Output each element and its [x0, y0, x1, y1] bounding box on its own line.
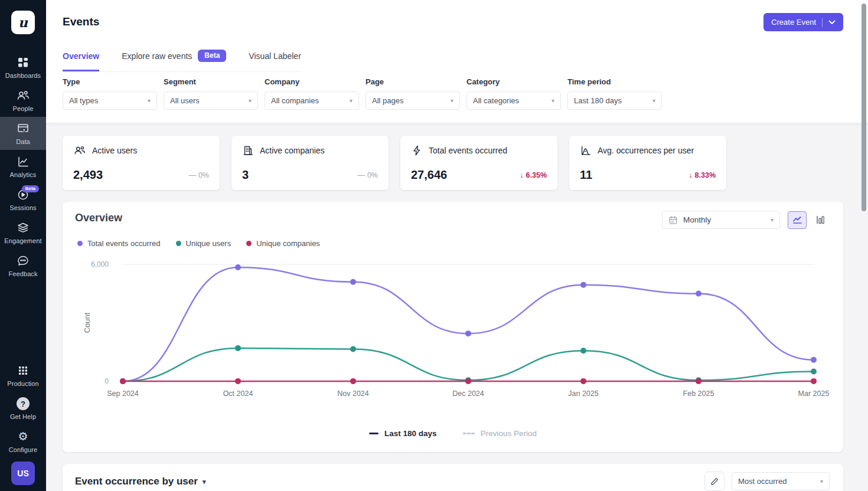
- overview-controls: Monthly ▾: [662, 211, 830, 229]
- sidebar-item-label: Feedback: [8, 270, 37, 277]
- kpi-card-active-companies: Active companies 3 — 0%: [231, 136, 389, 190]
- sidebar-item-engagement[interactable]: Engagement: [0, 216, 46, 249]
- beta-badge: Beta: [198, 50, 226, 62]
- filter-label: Type: [63, 77, 157, 86]
- sidebar: u Dashboards People Data Analytics Beta: [0, 0, 46, 491]
- kpi-value: 27,646: [411, 168, 447, 182]
- filter-page: Page All pages▾: [366, 77, 460, 110]
- help-icon: ?: [17, 397, 30, 410]
- user-avatar[interactable]: US: [11, 461, 35, 485]
- legend-label: Last 180 days: [384, 429, 437, 438]
- sidebar-item-analytics[interactable]: Analytics: [0, 150, 46, 183]
- app-logo[interactable]: u: [11, 11, 35, 34]
- kpi-card-total-events: Total events occurred 27,646 ↓ 6.35%: [400, 136, 557, 190]
- pencil-icon: [710, 477, 719, 486]
- delta-value: 6.35%: [526, 171, 547, 179]
- tab-explore-raw-events[interactable]: Explore raw events Beta: [122, 50, 226, 71]
- sidebar-item-production[interactable]: Production: [0, 359, 46, 392]
- series-color-dot: [77, 241, 83, 246]
- card-title-text: Event occurrence by user: [75, 476, 198, 487]
- chevron-down-icon: ▾: [552, 98, 554, 104]
- data-icon: [17, 122, 30, 135]
- svg-text:Mar 2025: Mar 2025: [798, 389, 830, 398]
- sidebar-item-label: Configure: [9, 446, 38, 453]
- chevron-down-icon: ▾: [148, 98, 151, 104]
- chevron-down-icon: ▾: [203, 479, 206, 485]
- kpi-value: 11: [580, 168, 592, 182]
- event-occurrence-title[interactable]: Event occurrence by user ▾: [75, 476, 205, 487]
- sessions-beta-badge: Beta: [22, 185, 39, 192]
- logo-letter: u: [18, 15, 28, 30]
- delta-value: 8.33%: [695, 171, 716, 179]
- sidebar-item-people[interactable]: People: [0, 84, 46, 117]
- filter-label: Company: [265, 77, 359, 86]
- event-occurrence-controls: Most occurred ▾: [704, 472, 830, 491]
- segment-select[interactable]: All users▾: [164, 91, 258, 110]
- dashed-line-swatch: [463, 433, 475, 434]
- feedback-chat-icon: [17, 254, 30, 267]
- event-occurrence-card: Event occurrence by user ▾ Most occurred…: [63, 464, 843, 491]
- people-icon: [16, 89, 30, 102]
- series-legend-item[interactable]: Unique companies: [246, 239, 320, 248]
- filter-label: Category: [466, 77, 561, 86]
- series-legend-item[interactable]: Unique users: [176, 239, 231, 248]
- type-select[interactable]: All types▾: [63, 91, 157, 110]
- time-period-select[interactable]: Last 180 days▾: [567, 91, 662, 110]
- kpi-label: Avg. occurrences per user: [598, 146, 694, 155]
- events-line-chart[interactable]: 06,000CountSep 2024Oct 2024Nov 2024Dec 2…: [72, 253, 834, 401]
- kpi-label: Active companies: [260, 146, 325, 155]
- select-value: All pages: [372, 96, 403, 105]
- dashboards-icon: [17, 56, 30, 69]
- page-select[interactable]: All pages▾: [366, 91, 460, 110]
- sidebar-item-dashboards[interactable]: Dashboards: [0, 51, 46, 84]
- granularity-value: Monthly: [683, 215, 711, 224]
- vertical-scrollbar[interactable]: [862, 4, 866, 211]
- sidebar-item-get-help[interactable]: ? Get Help: [0, 392, 46, 425]
- svg-text:Feb 2025: Feb 2025: [683, 389, 714, 398]
- svg-text:Dec 2024: Dec 2024: [452, 389, 484, 398]
- tab-visual-labeler[interactable]: Visual Labeler: [249, 50, 301, 71]
- filter-label: Page: [366, 77, 460, 86]
- edit-button[interactable]: [704, 472, 725, 491]
- kpi-label: Total events occurred: [429, 146, 507, 155]
- filters-row: Type All types▾ Segment All users▾ Compa…: [63, 77, 662, 110]
- series-color-dot: [176, 241, 181, 246]
- filter-time-period: Time period Last 180 days▾: [567, 77, 662, 110]
- kpi-label: Active users: [92, 146, 137, 155]
- tab-overview[interactable]: Overview: [63, 50, 99, 71]
- svg-text:6,000: 6,000: [91, 260, 109, 269]
- sidebar-item-label: Get Help: [10, 413, 36, 420]
- kpi-row: Active users 2,493 — 0% Active companies…: [63, 136, 726, 190]
- svg-text:Nov 2024: Nov 2024: [337, 389, 369, 398]
- filter-label: Segment: [164, 77, 258, 86]
- sidebar-item-sessions[interactable]: Beta Sessions: [0, 183, 46, 216]
- sort-select[interactable]: Most occurred ▾: [732, 472, 830, 490]
- legend-label: Previous Period: [481, 429, 537, 438]
- production-grid-icon: [17, 364, 30, 377]
- legend-previous-period[interactable]: Previous Period: [463, 429, 537, 438]
- series-legend-item[interactable]: Total events occurred: [77, 239, 161, 248]
- select-value: All types: [69, 96, 98, 105]
- bar-chart-toggle[interactable]: [811, 211, 830, 229]
- sidebar-item-data[interactable]: Data: [0, 117, 46, 150]
- kpi-delta: — 0%: [188, 171, 209, 179]
- line-chart-toggle[interactable]: [788, 211, 807, 229]
- svg-text:0: 0: [105, 377, 109, 385]
- legend-current-period[interactable]: Last 180 days: [369, 429, 437, 438]
- users-icon: [73, 145, 86, 156]
- select-value: All users: [170, 96, 200, 105]
- create-event-button[interactable]: Create Event: [763, 13, 843, 31]
- kpi-card-active-users: Active users 2,493 — 0%: [63, 136, 220, 190]
- granularity-select[interactable]: Monthly ▾: [662, 211, 780, 229]
- sidebar-item-feedback[interactable]: Feedback: [0, 249, 46, 282]
- svg-text:Count: Count: [83, 312, 92, 333]
- calendar-icon: [668, 215, 678, 225]
- period-legend: Last 180 days Previous Period: [63, 429, 843, 438]
- sidebar-item-configure[interactable]: ⚙ Configure: [0, 425, 46, 458]
- chevron-down-icon: [828, 20, 836, 25]
- delta-value: 0%: [367, 171, 378, 179]
- filter-category: Category All categories▾: [466, 77, 561, 110]
- category-select[interactable]: All categories▾: [466, 91, 561, 110]
- company-select[interactable]: All companies▾: [265, 91, 359, 110]
- select-value: All categories: [473, 96, 519, 105]
